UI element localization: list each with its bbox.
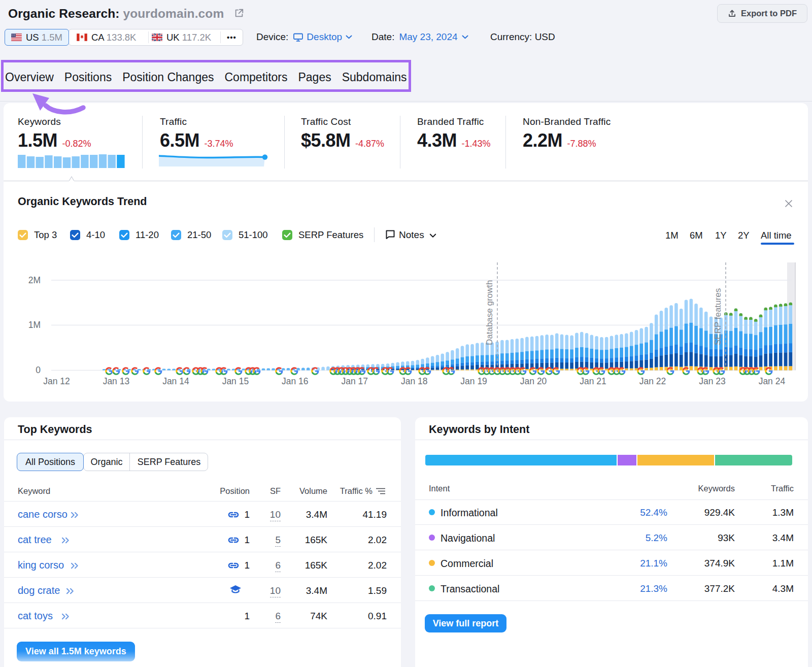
svg-text:Jan 12: Jan 12 [43,376,70,386]
svg-text:Jan 21: Jan 21 [580,376,606,386]
svg-text:Jan 15: Jan 15 [222,376,249,386]
svg-text:Jan 20: Jan 20 [520,376,547,386]
svg-text:0: 0 [36,365,41,375]
svg-text:Jan 19: Jan 19 [460,376,487,386]
svg-text:Database growth: Database growth [485,280,494,345]
svg-text:SERP features: SERP features [713,288,723,345]
svg-text:Jan 14: Jan 14 [162,376,189,386]
svg-text:Jan 23: Jan 23 [699,376,726,386]
svg-text:Jan 17: Jan 17 [342,376,368,386]
svg-text:Jan 22: Jan 22 [639,376,666,386]
svg-text:Jan 13: Jan 13 [103,376,130,386]
svg-text:1M: 1M [28,320,41,330]
svg-text:Jan 24: Jan 24 [759,376,786,386]
svg-text:Jan 18: Jan 18 [401,376,428,386]
svg-text:2M: 2M [28,275,41,285]
svg-text:Jan 16: Jan 16 [282,376,309,386]
